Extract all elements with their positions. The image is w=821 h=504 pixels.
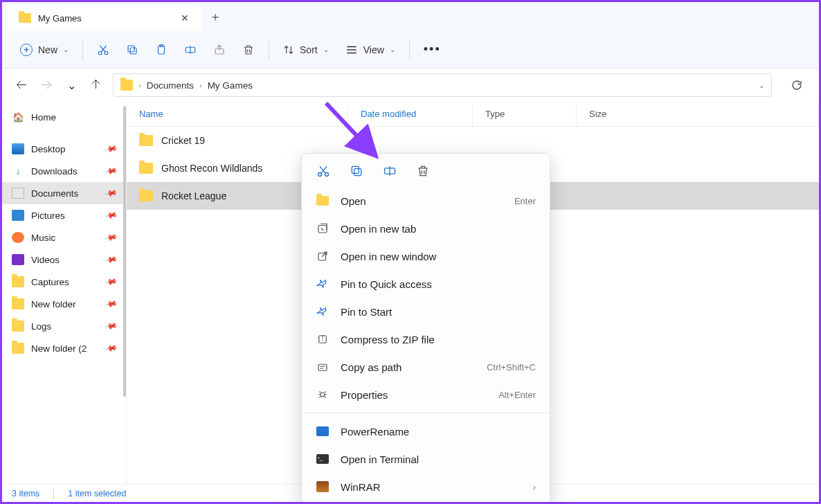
ctx-powerrename[interactable]: PowerRename — [302, 417, 550, 445]
breadcrumb-part[interactable]: Documents — [147, 80, 194, 91]
ctx-label: Open in new tab — [341, 223, 416, 235]
context-menu: OpenEnterOpen in new tabOpen in new wind… — [301, 153, 550, 504]
sidebar-item-label: Home — [31, 112, 56, 123]
chevron-right-icon: › — [199, 81, 202, 89]
cut-button[interactable] — [90, 37, 116, 62]
svg-rect-3 — [128, 46, 134, 52]
sort-icon — [283, 44, 294, 55]
sidebar-item-desktop[interactable]: Desktop📌 — [2, 138, 126, 160]
copy-button[interactable] — [119, 37, 145, 62]
window-tab[interactable]: My Games ✕ — [8, 5, 201, 31]
pin-icon: 📌 — [104, 341, 118, 355]
ctx-open-in-new-window[interactable]: Open in new window — [302, 242, 550, 270]
delete-button[interactable] — [235, 37, 262, 62]
pin-icon: 📌 — [104, 231, 118, 244]
ctx-pin-to-start[interactable]: Pin to Start — [302, 298, 550, 325]
pin-icon — [316, 305, 330, 318]
ctx-label: Compress to ZIP file — [341, 334, 435, 345]
ctx-properties[interactable]: PropertiesAlt+Enter — [302, 381, 550, 408]
ctx-open[interactable]: OpenEnter — [302, 187, 550, 215]
rename-button[interactable] — [177, 37, 204, 62]
ctx-open-in-new-tab[interactable]: Open in new tab — [302, 215, 550, 242]
ctx-pin-to-quick-access[interactable]: Pin to Quick access — [302, 270, 550, 298]
separator — [409, 40, 410, 60]
item-count: 3 items — [12, 489, 39, 498]
ctx-label: Open in Terminal — [341, 453, 419, 465]
recent-button[interactable]: ⌄ — [63, 77, 80, 93]
ctx-shortcut: Ctrl+Shift+C — [487, 362, 536, 372]
sort-asc-icon: ˆ — [333, 110, 335, 118]
folder-icon — [139, 163, 153, 174]
rename-action[interactable] — [382, 163, 397, 179]
sidebar-item-label: Videos — [31, 255, 60, 265]
delete-action[interactable] — [415, 163, 431, 179]
titlebar: My Games ✕ ＋ — [2, 2, 819, 31]
folder-icon — [139, 190, 153, 201]
file-name: Cricket 19 — [161, 135, 205, 146]
paste-button[interactable] — [148, 37, 174, 62]
new-button[interactable]: + New ⌄ — [13, 37, 75, 62]
view-button[interactable]: View ⌄ — [339, 37, 402, 62]
column-date[interactable]: Date modified — [348, 102, 473, 126]
sidebar-item-documents[interactable]: Documents📌 — [2, 182, 126, 204]
breadcrumb-part[interactable]: My Games — [208, 80, 253, 91]
ctx-compress-to-zip-file[interactable]: Compress to ZIP file — [302, 325, 550, 353]
sidebar-item-new-folder[interactable]: New folder📌 — [2, 293, 126, 315]
chevron-down-icon: ⌄ — [323, 46, 329, 53]
ctx-shortcut: Enter — [514, 196, 536, 206]
ctx-open-in-terminal[interactable]: ›_Open in Terminal — [302, 445, 550, 473]
back-button[interactable]: 🡠 — [13, 77, 30, 93]
pin-icon: 📌 — [104, 319, 118, 333]
properties-icon — [316, 388, 330, 402]
cut-action[interactable] — [316, 163, 331, 179]
column-name[interactable]: Nameˆ — [127, 102, 348, 126]
refresh-button[interactable] — [786, 74, 808, 96]
more-button[interactable]: ••• — [417, 37, 448, 62]
ctx-label: Pin to Start — [341, 306, 392, 318]
sidebar-item-new-folder-2[interactable]: New folder (2📌 — [2, 337, 126, 359]
close-tab-button[interactable]: ✕ — [179, 12, 190, 24]
sidebar-item-pictures[interactable]: Pictures📌 — [2, 204, 126, 226]
sidebar-item-label: Logs — [31, 321, 51, 332]
sidebar-item-downloads[interactable]: ↓Downloads📌 — [2, 160, 126, 182]
up-button[interactable]: 🡡 — [88, 77, 105, 93]
pin-icon: 📌 — [104, 275, 118, 289]
tab-title: My Games — [38, 13, 172, 24]
copypath-icon — [316, 360, 330, 374]
pin-icon: 📌 — [104, 297, 118, 311]
sidebar-item-logs[interactable]: Logs📌 — [2, 315, 126, 337]
new-label: New — [38, 44, 57, 55]
ctx-label: Properties — [341, 389, 388, 401]
ctx-label: Copy as path — [341, 361, 402, 373]
sort-button[interactable]: Sort ⌄ — [276, 37, 336, 62]
chevron-right-icon: › — [533, 482, 536, 492]
file-name: Rocket League — [161, 190, 226, 201]
chevron-down-icon[interactable]: ⌄ — [759, 82, 764, 89]
terminal-icon: ›_ — [316, 452, 330, 466]
add-tab-button[interactable]: ＋ — [201, 2, 229, 31]
view-label: View — [363, 44, 384, 55]
ctx-label: Pin to Quick access — [341, 278, 432, 290]
chevron-down-icon: ⌄ — [63, 46, 69, 53]
pin-icon: 📌 — [104, 142, 118, 156]
file-row[interactable]: Cricket 19 — [127, 127, 819, 154]
share-button[interactable] — [206, 37, 233, 62]
zip-icon — [316, 332, 330, 346]
column-type[interactable]: Type — [473, 102, 577, 126]
ctx-copy-as-path[interactable]: Copy as pathCtrl+Shift+C — [302, 353, 550, 381]
ctx-label: PowerRename — [341, 426, 409, 438]
breadcrumb[interactable]: › Documents › My Games ⌄ — [113, 73, 772, 97]
forward-button[interactable]: 🡢 — [38, 77, 55, 93]
column-size[interactable]: Size — [577, 102, 819, 126]
copy-action[interactable] — [349, 163, 364, 179]
separator — [269, 40, 269, 60]
svg-rect-11 — [352, 166, 359, 173]
sidebar-item-videos[interactable]: Videos📌 — [2, 249, 126, 271]
ctx-winrar[interactable]: WinRAR› — [302, 473, 550, 501]
sidebar-item-home[interactable]: 🏠Home — [2, 106, 126, 128]
sidebar-item-music[interactable]: Music📌 — [2, 226, 126, 249]
pin-icon — [316, 277, 330, 291]
ctx-label: Open in new window — [341, 251, 436, 262]
folder-icon — [316, 194, 330, 208]
sidebar-item-captures[interactable]: Captures📌 — [2, 271, 126, 293]
